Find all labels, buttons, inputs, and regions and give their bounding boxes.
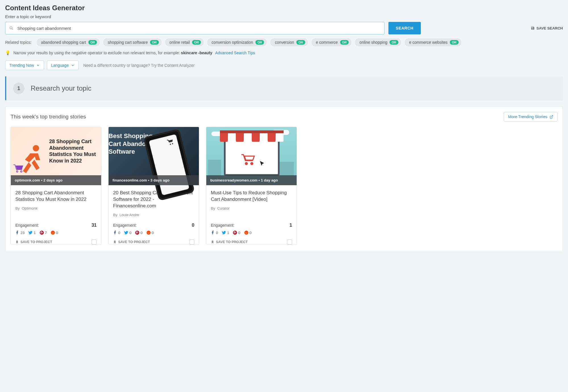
facebook-icon (211, 231, 215, 235)
filter-hint: Need a different country or language? Tr… (83, 63, 195, 68)
story-card[interactable]: 28 Shopping Cart Abandonment Statistics … (11, 127, 101, 245)
card-author: Louie Andre (119, 213, 139, 217)
engagement-value: 31 (91, 223, 97, 228)
svg-point-7 (51, 231, 55, 235)
svg-point-38 (247, 232, 247, 233)
chevron-down-icon (71, 64, 74, 67)
svg-point-10 (170, 143, 171, 145)
twitter-icon (124, 231, 128, 235)
save-to-project-button[interactable]: SAVE TO PROJECT (15, 240, 52, 244)
card-title: Must-Use Tips to Reduce Shopping Cart Ab… (211, 190, 292, 203)
chip-label: conversion optimization (212, 40, 253, 45)
more-trending-button[interactable]: More Trending Stories (504, 112, 557, 122)
card-source: businessreadywomen.com (210, 178, 257, 182)
svg-point-36 (244, 231, 248, 235)
reddit-icon (147, 231, 151, 235)
step-number: 1 (13, 83, 24, 94)
tip-text: Narrow your results by using the negativ… (13, 51, 181, 55)
story-card[interactable]: businessreadywomen.com • 1 day ago Must-… (206, 127, 297, 245)
related-chip[interactable]: conversion optimizationOR (207, 38, 267, 46)
svg-line-2 (551, 115, 553, 117)
search-box[interactable] (5, 22, 384, 34)
chip-label: abandoned shopping cart (41, 40, 86, 45)
related-chip[interactable]: conversionOR (270, 38, 308, 46)
chip-label: online shopping (359, 40, 387, 45)
related-chip[interactable]: online shoppingOR (355, 38, 401, 46)
trending-now-filter[interactable]: Trending Now (5, 61, 44, 70)
by-label: By (15, 206, 20, 210)
related-chip[interactable]: e commerceOR (311, 38, 352, 46)
cursor-icon (259, 160, 265, 167)
card-image: Best Shopping Cart Abandonment Software … (109, 127, 199, 185)
card-source: financesonline.com (113, 178, 147, 182)
card-image: 28 Shopping Cart Abandonment Statistics … (11, 127, 101, 185)
search-icon (9, 26, 13, 30)
card-age: 1 day ago (261, 178, 278, 182)
svg-point-15 (149, 232, 149, 233)
select-checkbox[interactable] (189, 239, 194, 245)
save-to-project-button[interactable]: SAVE TO PROJECT (211, 240, 248, 244)
related-chip[interactable]: online retailOR (165, 38, 204, 46)
fb-count: 0 (216, 231, 218, 235)
engagement-value: 1 (290, 223, 292, 228)
search-input[interactable] (13, 26, 380, 31)
awning-icon (220, 130, 284, 142)
chevron-down-icon (36, 64, 40, 67)
or-badge: OR (150, 40, 159, 45)
pinterest-icon (135, 231, 139, 235)
svg-point-35 (233, 231, 237, 235)
svg-point-11 (172, 143, 173, 144)
related-chip[interactable]: shopping cart softwareOR (103, 38, 161, 46)
rd-count: 0 (56, 231, 58, 235)
select-checkbox[interactable] (91, 239, 97, 245)
tip-row: 💡 Narrow your results by using the negat… (5, 50, 563, 55)
cart-icon (167, 138, 175, 146)
svg-point-6 (40, 231, 44, 235)
pn-count: 0 (238, 231, 240, 235)
story-card[interactable]: Best Shopping Cart Abandonment Software … (108, 127, 199, 245)
or-badge: OR (390, 40, 398, 45)
card-title: 28 Shopping Cart Abandonment Statistics … (15, 190, 97, 203)
svg-point-8 (52, 232, 53, 233)
engagement-value: 0 (192, 223, 194, 228)
related-label: Related topics: (5, 40, 32, 45)
related-chip[interactable]: abandoned shopping cartOR (37, 38, 100, 46)
pinterest-icon (40, 231, 44, 235)
chip-label: shopping cart software (108, 40, 148, 45)
save-to-project-button[interactable]: SAVE TO PROJECT (113, 240, 150, 244)
svg-point-3 (16, 171, 18, 172)
or-badge: OR (450, 40, 459, 45)
or-badge: OR (340, 40, 349, 45)
cart-icon (240, 153, 256, 166)
tip-example: skincare -beauty (181, 51, 213, 55)
or-badge: OR (88, 40, 97, 45)
card-author: Curator (217, 206, 229, 210)
select-checkbox[interactable] (287, 239, 292, 245)
advanced-tips-link[interactable]: Advanced Search Tips (215, 51, 255, 55)
twitter-icon (222, 231, 226, 235)
social-row: 0 0 0 0 (109, 228, 199, 237)
page-subtitle: Enter a topic or keyword (5, 14, 563, 19)
save-icon (531, 26, 535, 30)
search-button[interactable]: SEARCH (388, 22, 421, 34)
svg-point-34 (251, 162, 253, 164)
twitter-icon (28, 231, 32, 235)
lightbulb-icon: 💡 (5, 50, 11, 55)
svg-line-1 (12, 29, 13, 30)
section-header: 1 Research your topic (5, 76, 563, 100)
chip-label: e commerce websites (409, 40, 448, 45)
chip-label: conversion (275, 40, 294, 45)
social-row: 0 1 0 0 (206, 228, 297, 237)
bookmark-icon (211, 240, 214, 244)
fb-count: 23 (20, 231, 24, 235)
filter-label: Trending Now (9, 63, 34, 68)
chip-label: online retail (170, 40, 190, 45)
language-filter[interactable]: Language (47, 61, 79, 70)
related-chip[interactable]: e commerce websitesOR (405, 38, 461, 46)
save-search-button[interactable]: SAVE SEARCH (531, 26, 563, 30)
svg-rect-16 (220, 130, 284, 133)
more-trending-label: More Trending Stories (508, 114, 547, 119)
svg-point-13 (147, 231, 151, 235)
page-title: Content Ideas Generator (5, 4, 563, 12)
svg-point-9 (53, 232, 54, 233)
